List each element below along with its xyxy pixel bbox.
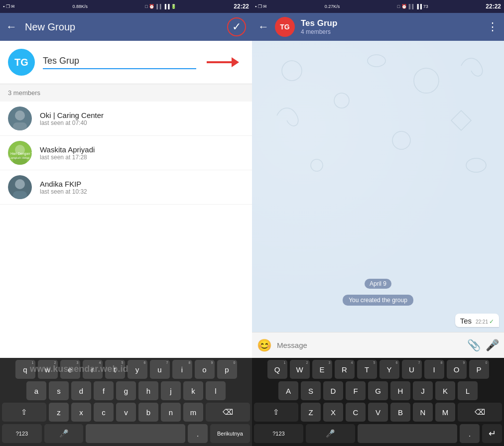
rkey-F[interactable]: F (346, 381, 366, 400)
member-andika-info: Andika FKIP last seen at 10:32 (40, 180, 244, 195)
key-w[interactable]: w2 (38, 360, 58, 379)
rkey-P[interactable]: P0 (469, 360, 489, 379)
rkey-backspace[interactable]: ⌫ (458, 403, 502, 422)
key-q[interactable]: q1 (15, 360, 35, 379)
right-back-button[interactable]: ← (258, 20, 269, 33)
svg-rect-4 (13, 122, 27, 130)
rkey-B[interactable]: B (390, 403, 410, 422)
attach-button[interactable]: 📎 (467, 339, 481, 352)
key-backspace[interactable]: ⌫ (206, 403, 250, 422)
key-b[interactable]: b (138, 403, 158, 422)
rkey-D[interactable]: D (323, 381, 343, 400)
member-avatar-andika (8, 175, 32, 199)
left-back-button[interactable]: ← (6, 20, 17, 33)
left-time: 22:22 (234, 3, 249, 10)
left-panel: ▪ ❐ ✉ 0.88K/s □ ⏰ ║║ ▐▐ 🔋 22:22 ← New Gr… (0, 0, 252, 446)
mic-button[interactable]: 🎤 (486, 339, 499, 352)
rkey-M[interactable]: M (435, 403, 455, 422)
svg-point-16 (368, 55, 385, 67)
rkey-Y[interactable]: Y6 (379, 360, 399, 379)
svg-point-17 (392, 131, 410, 149)
rkey-mic[interactable]: 🎤 (306, 424, 355, 443)
emoji-button[interactable]: 😊 (257, 338, 272, 352)
rkey-space[interactable] (358, 424, 457, 443)
svg-point-3 (15, 111, 25, 120)
right-top-bar: ← TG Tes Grup 4 members ⋮ (252, 13, 504, 41)
rkey-Z[interactable]: Z (301, 403, 321, 422)
key-s[interactable]: s (49, 381, 69, 400)
rkey-H[interactable]: H (390, 381, 410, 400)
key-k[interactable]: k (183, 381, 203, 400)
rkey-X[interactable]: X (323, 403, 343, 422)
rkey-num-switch[interactable]: ?123 (254, 424, 303, 443)
key-num-switch[interactable]: ?123 (2, 424, 42, 443)
key-a[interactable]: a (26, 381, 46, 400)
key-l[interactable]: l (206, 381, 226, 400)
key-c[interactable]: c (94, 403, 114, 422)
rkey-J[interactable]: J (413, 381, 433, 400)
key-shift[interactable]: ⇧ (2, 403, 46, 422)
left-status-icons: ▪ ❐ ✉ (3, 4, 15, 9)
confirm-button[interactable]: ✓ (227, 17, 246, 36)
menu-button[interactable]: ⋮ (487, 20, 498, 33)
rkey-O[interactable]: O9 (447, 360, 467, 379)
rkey-U[interactable]: U7 (402, 360, 422, 379)
key-y[interactable]: y6 (127, 360, 147, 379)
member-item-oki[interactable]: Oki | Caring Center last seen at 07:40 (0, 102, 252, 136)
key-x[interactable]: x (71, 403, 91, 422)
key-mic[interactable]: 🎤 (44, 424, 83, 443)
keyboard-row3: ⇧ z x c v b n m ⌫ (2, 403, 250, 422)
rkey-Q[interactable]: Q1 (267, 360, 287, 379)
key-t[interactable]: t5 (105, 360, 125, 379)
rkey-A[interactable]: A (278, 381, 298, 400)
key-next[interactable]: Berikutnya (210, 424, 250, 443)
key-u[interactable]: u7 (150, 360, 170, 379)
key-z[interactable]: z (49, 403, 69, 422)
rkey-C[interactable]: C (346, 403, 366, 422)
rkey-K[interactable]: K (435, 381, 455, 400)
date-badge: April 9 (365, 279, 391, 289)
key-f[interactable]: f (94, 381, 114, 400)
key-h[interactable]: h (138, 381, 158, 400)
key-p[interactable]: p0 (217, 360, 237, 379)
key-space[interactable] (86, 424, 185, 443)
rkey-E[interactable]: E3 (312, 360, 332, 379)
rkey-T[interactable]: T5 (357, 360, 377, 379)
group-name-input[interactable] (43, 56, 196, 69)
member-item-andika[interactable]: Andika FKIP last seen at 10:32 (0, 170, 252, 205)
key-v[interactable]: v (116, 403, 136, 422)
key-period[interactable]: . (188, 424, 208, 443)
right-keyboard: Q1 W2 E3 R4 T5 Y6 U7 I8 O9 P0 A S D F G … (252, 358, 504, 446)
rkey-N[interactable]: N (413, 403, 433, 422)
right-group-avatar[interactable]: TG (275, 17, 295, 37)
message-input[interactable] (277, 341, 462, 349)
message-bar: 😊 📎 🎤 (252, 332, 504, 358)
left-keyboard: q1 w2 e3 r4 t5 y6 u7 i8 o9 p0 a s d f g … (0, 358, 252, 446)
rkey-R[interactable]: R4 (335, 360, 355, 379)
key-r[interactable]: r4 (83, 360, 103, 379)
key-o[interactable]: o9 (195, 360, 215, 379)
rkey-L[interactable]: L (458, 381, 478, 400)
bubble-time: 22:21 (476, 319, 488, 325)
rkey-I[interactable]: I8 (424, 360, 444, 379)
key-d[interactable]: d (71, 381, 91, 400)
rkey-shift[interactable]: ⇧ (254, 403, 298, 422)
key-m[interactable]: m (183, 403, 203, 422)
rkey-V[interactable]: V (368, 403, 388, 422)
right-keyboard-row3: ⇧ Z X C V B N M ⌫ (254, 403, 502, 422)
rkey-period[interactable]: . (460, 424, 480, 443)
right-keyboard-row2: A S D F G H J K L (254, 381, 502, 400)
rkey-W[interactable]: W2 (290, 360, 310, 379)
group-avatar[interactable]: TG (8, 49, 35, 76)
rkey-enter[interactable]: ↵ (482, 424, 502, 443)
key-e[interactable]: e3 (60, 360, 80, 379)
bubble-meta: 22:21 ✓ (476, 318, 494, 325)
key-j[interactable]: j (161, 381, 181, 400)
rkey-G[interactable]: G (368, 381, 388, 400)
key-i[interactable]: i8 (172, 360, 192, 379)
rkey-S[interactable]: S (301, 381, 321, 400)
right-keyboard-row1: Q1 W2 E3 R4 T5 Y6 U7 I8 O9 P0 (254, 360, 502, 379)
key-g[interactable]: g (116, 381, 136, 400)
key-n[interactable]: n (161, 403, 181, 422)
member-item-waskita[interactable]: Hari Dengan Temp Langkah Hidup Waskita A… (0, 136, 252, 170)
